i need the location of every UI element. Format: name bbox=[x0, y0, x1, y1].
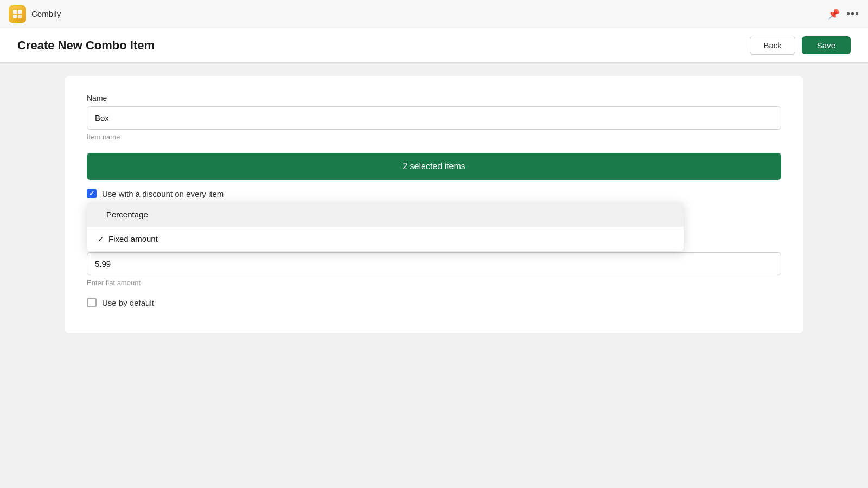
discount-type-container: Percentage Fixed amount Fixed amount Per… bbox=[87, 205, 781, 229]
value-hint: Enter flat amount bbox=[87, 279, 781, 287]
use-by-default-checkbox[interactable] bbox=[87, 298, 97, 307]
main-content: Name Item name 2 selected items Use with… bbox=[0, 63, 868, 346]
pin-icon[interactable]: 📌 bbox=[828, 8, 840, 20]
topbar-right: 📌 ••• bbox=[828, 8, 859, 20]
use-by-default-row: Use by default bbox=[87, 298, 781, 307]
value-input[interactable] bbox=[87, 252, 781, 275]
discount-type-dropdown[interactable]: Percentage Fixed amount bbox=[87, 202, 684, 251]
fixed-amount-label: Fixed amount bbox=[108, 234, 158, 243]
header-buttons: Back Save bbox=[750, 36, 851, 55]
svg-rect-0 bbox=[13, 10, 17, 14]
svg-rect-2 bbox=[13, 15, 17, 18]
dropdown-item-fixed[interactable]: Fixed amount bbox=[87, 227, 684, 251]
name-input[interactable] bbox=[87, 106, 781, 130]
discount-checkbox[interactable] bbox=[87, 189, 97, 198]
use-by-default-label: Use by default bbox=[102, 298, 154, 307]
name-label: Name bbox=[87, 94, 107, 102]
app-logo bbox=[9, 5, 26, 23]
page-header: Create New Combo Item Back Save bbox=[0, 28, 868, 63]
percentage-label: Percentage bbox=[106, 210, 148, 219]
app-name: Combily bbox=[31, 9, 61, 18]
svg-rect-3 bbox=[18, 15, 22, 18]
page-title: Create New Combo Item bbox=[17, 38, 155, 53]
svg-rect-1 bbox=[18, 10, 22, 14]
dropdown-item-percentage[interactable]: Percentage bbox=[87, 202, 684, 227]
selected-items-button[interactable]: 2 selected items bbox=[87, 153, 781, 180]
topbar: Combily 📌 ••• bbox=[0, 0, 868, 28]
name-field-group: Name Item name bbox=[87, 93, 781, 141]
back-button[interactable]: Back bbox=[750, 36, 795, 55]
discount-checkbox-label: Use with a discount on every item bbox=[102, 189, 224, 198]
more-options-icon[interactable]: ••• bbox=[846, 8, 859, 20]
topbar-left: Combily bbox=[9, 5, 61, 23]
form-card: Name Item name 2 selected items Use with… bbox=[65, 76, 803, 333]
save-button[interactable]: Save bbox=[802, 36, 851, 54]
name-hint: Item name bbox=[87, 133, 781, 141]
discount-checkbox-row: Use with a discount on every item bbox=[87, 189, 781, 198]
